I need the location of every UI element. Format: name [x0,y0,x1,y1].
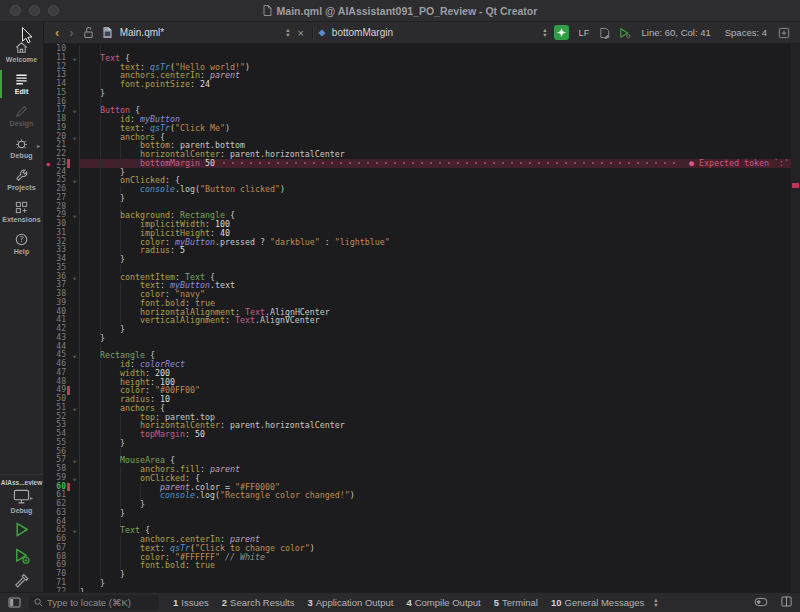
code-text[interactable]: bottomMargin 50● Expected token `:' [80,159,791,168]
code-text[interactable]: width: 200 [80,369,791,378]
fold-marker[interactable]: ⌄ [70,273,80,282]
fold-marker[interactable]: ⌄ [70,133,80,142]
fold-marker[interactable]: ⌄ [70,404,80,413]
code-line[interactable]: 72} [44,588,791,593]
progress-details-button[interactable] [754,597,768,609]
code-text[interactable]: Button { [80,106,791,115]
kit-selector-button[interactable]: ▸ [12,488,31,505]
output-pane-stepper[interactable]: ▴▾ [654,598,657,607]
code-line[interactable]: ●23bottomMargin 50● Expected token `:' [44,159,791,168]
symbol-selector[interactable]: bottomMargin [317,27,393,38]
file-lock-button[interactable] [83,26,94,39]
code-text[interactable] [80,343,791,352]
cursor-position-indicator[interactable]: Line: 60, Col: 41 [642,27,711,38]
fold-marker[interactable]: ⌄ [70,176,80,185]
code-line[interactable]: 16 [44,98,791,107]
debug-run-button[interactable] [11,544,33,566]
code-text[interactable]: } [80,579,791,588]
code-line[interactable]: 69font.bold: true [44,561,791,570]
code-text[interactable]: } [80,194,791,203]
code-line[interactable]: 41verticalAlignment: Text.AlignVCenter [44,316,791,325]
sidebar-item-projects[interactable]: Projects [0,164,43,196]
code-text[interactable]: color: myButton.pressed ? "darkblue" : "… [80,238,791,247]
sidebar-item-debug[interactable]: ▸ Debug [0,132,43,164]
code-text[interactable]: } [80,168,791,177]
code-text[interactable]: text: qsTr("Click Me") [80,124,791,133]
code-line[interactable]: 27} [44,194,791,203]
code-line[interactable]: 15} [44,89,791,98]
code-line[interactable]: 43} [44,334,791,343]
split-editor-button[interactable] [778,27,790,39]
file-dropdown-stepper[interactable]: ▴▾ [286,28,289,36]
code-line[interactable]: 14font.pointSize: 24 [44,80,791,89]
code-text[interactable]: } [80,570,791,579]
code-line[interactable]: 71} [44,579,791,588]
symbol-dropdown-stepper[interactable]: ▴▾ [543,28,546,36]
code-text[interactable]: } [80,334,791,343]
output-pane-button[interactable]: 2Search Results [222,597,295,608]
code-text[interactable]: radius: 5 [80,246,791,255]
code-text[interactable] [80,518,791,527]
code-line[interactable]: 10 [44,45,791,54]
code-line[interactable]: 59⌄onClicked: { [44,474,791,483]
close-document-button[interactable]: × [293,27,307,39]
code-text[interactable]: radius: 10 [80,395,791,404]
sidebar-item-help[interactable]: ? Help [0,228,43,260]
error-mark[interactable] [792,183,799,188]
code-line[interactable]: 61console.log("Rectangle color changed!"… [44,491,791,500]
code-line[interactable]: 26console.log("Button clicked") [44,185,791,194]
locator-input[interactable]: Type to locate (⌘K) [29,595,159,610]
code-line[interactable]: 55} [44,439,791,448]
build-button[interactable] [11,570,33,592]
fold-marker[interactable]: ⌄ [70,351,80,360]
code-text[interactable]: verticalAlignment: Text.AlignVCenter [80,316,791,325]
code-text[interactable] [80,45,791,54]
fold-marker[interactable]: ⌄ [70,474,80,483]
code-line[interactable]: 42} [44,325,791,334]
output-pane-button[interactable]: 4Compile Output [406,597,480,608]
code-text[interactable]: } [80,509,791,518]
fold-marker[interactable]: ⌄ [70,106,80,115]
code-text[interactable]: color: "#00FF00" [80,386,791,395]
go-back-button[interactable]: ‹ [50,26,64,39]
code-text[interactable]: font.bold: true [80,561,791,570]
output-pane-button[interactable]: 5Terminal [494,597,538,608]
go-forward-button[interactable]: › [64,26,78,39]
output-pane-button[interactable]: 3Application Output [307,597,393,608]
file-properties-button[interactable] [599,27,610,39]
code-text[interactable]: console.log("Button clicked") [80,185,791,194]
code-text[interactable]: Rectangle { [80,351,791,360]
line-ending-selector[interactable]: LF [578,27,589,38]
code-line[interactable]: 60parent.color = "#FF0000" [44,483,791,492]
sidebar-item-edit[interactable]: Edit [0,68,43,100]
code-text[interactable]: } [80,255,791,264]
code-text[interactable]: topMargin: 50 [80,430,791,439]
indentation-indicator[interactable]: Spaces: 4 [725,27,767,38]
fold-marker[interactable]: ⌄ [70,526,80,535]
code-text[interactable]: console.log("Rectangle color changed!") [80,491,791,500]
run-button[interactable] [11,518,33,540]
fold-marker[interactable]: ⌄ [70,54,80,63]
open-file-name[interactable]: Main.qml* [120,27,164,38]
code-line[interactable]: 54topMargin: 50 [44,430,791,439]
code-text[interactable]: } [80,325,791,334]
code-line[interactable]: 63} [44,509,791,518]
code-text[interactable]: id: colorRect [80,360,791,369]
code-text[interactable]: font.pointSize: 24 [80,80,791,89]
code-line[interactable]: 34} [44,255,791,264]
code-line[interactable]: 33radius: 5 [44,246,791,255]
code-text[interactable] [80,98,791,107]
qml-preview-button[interactable] [618,27,631,39]
output-pane-button[interactable]: 10General Messages [551,597,644,608]
fold-marker[interactable]: ⌄ [70,456,80,465]
code-editor[interactable]: 1011⌄Text {12text: qsTr("Hello world!")1… [44,44,800,592]
code-line[interactable]: 64 [44,518,791,527]
code-text[interactable] [80,448,791,457]
output-pane-button[interactable]: 1Issues [173,597,209,608]
code-text[interactable]: } [80,89,791,98]
toggle-left-sidebar-button[interactable] [8,597,21,608]
code-line[interactable]: 70} [44,570,791,579]
code-line[interactable]: 62} [44,500,791,509]
code-text[interactable]: } [80,500,791,509]
code-text[interactable]: } [80,439,791,448]
